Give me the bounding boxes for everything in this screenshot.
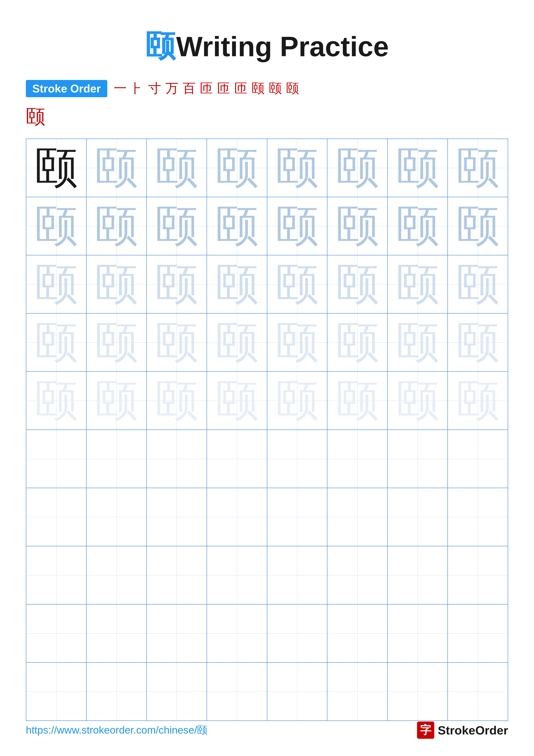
stroke-2: ⺊ — [131, 80, 144, 97]
grid-cell: 颐 — [447, 255, 508, 313]
grid-cell: 颐 — [267, 255, 327, 313]
grid-cell — [146, 488, 207, 546]
grid-cell — [447, 604, 508, 662]
stroke-1: 一 — [114, 80, 127, 97]
grid-cell: 颐 — [267, 371, 327, 430]
grid-cell — [207, 488, 267, 546]
grid-cell: 颐 — [87, 139, 147, 197]
grid-cell — [388, 546, 448, 604]
grid-cell: 颐 — [447, 139, 508, 197]
grid-cell — [388, 488, 448, 546]
grid-cell: 颐 — [26, 197, 87, 255]
grid-cell: 颐 — [207, 255, 267, 313]
grid-cell — [447, 430, 508, 488]
grid-cell: 颐 — [388, 255, 448, 313]
grid-cell: 颐 — [388, 371, 448, 430]
grid-cell: 颐 — [327, 197, 388, 255]
grid-cell — [447, 546, 508, 604]
grid-cell: 颐 — [388, 197, 448, 255]
grid-cell — [388, 662, 448, 721]
grid-cell — [388, 604, 448, 662]
grid-cell: 颐 — [327, 313, 388, 371]
grid-cell: 颐 — [146, 197, 207, 255]
grid-cell — [146, 546, 207, 604]
table-row — [26, 662, 508, 721]
stroke-4: 万 — [165, 80, 178, 97]
stroke-9: 颐 — [252, 80, 265, 97]
footer-logo: 字 StrokeOrder — [417, 721, 508, 739]
grid-cell: 颐 — [26, 255, 87, 313]
grid-cell: 颐 — [87, 313, 147, 371]
grid-cell — [327, 604, 388, 662]
grid-cell: 颐 — [388, 139, 448, 197]
grid-cell: 颐 — [87, 371, 147, 430]
stroke-6: 匝 — [200, 80, 213, 97]
footer: https://www.strokeorder.com/chinese/颐 字 … — [0, 721, 534, 739]
grid-cell — [327, 488, 388, 546]
grid-cell — [26, 604, 87, 662]
grid-cell: 颐 — [26, 371, 87, 430]
grid-cell — [207, 430, 267, 488]
title-character: 颐 — [145, 29, 175, 63]
grid-cell — [207, 604, 267, 662]
grid-cell: 颐 — [447, 371, 508, 430]
grid-cell: 颐 — [267, 313, 327, 371]
grid-cell — [207, 662, 267, 721]
grid-cell: 颐 — [327, 139, 388, 197]
page-title: 颐 Writing Practice — [0, 0, 534, 67]
grid-cell — [26, 430, 87, 488]
title-text: Writing Practice — [176, 31, 389, 62]
stroke-10: 颐 — [269, 80, 282, 97]
table-row: 颐 颐 颐 颐 颐 颐 颐 颐 — [26, 255, 508, 313]
grid-cell — [267, 430, 327, 488]
table-row — [26, 430, 508, 488]
practice-grid: 颐 颐 颐 颐 颐 颐 颐 颐 颐 颐 颐 颐 颐 颐 颐 颐 颐 颐 颐 颐 … — [26, 139, 508, 721]
stroke-8: 匝 — [234, 80, 247, 97]
final-char-row: 颐 — [0, 104, 534, 130]
grid-cell: 颐 — [207, 313, 267, 371]
table-row: 颐 颐 颐 颐 颐 颐 颐 颐 — [26, 371, 508, 430]
grid-cell: 颐 — [146, 255, 207, 313]
table-row: 颐 颐 颐 颐 颐 颐 颐 颐 — [26, 313, 508, 371]
grid-cell — [87, 430, 147, 488]
stroke-11: 颐 — [286, 80, 299, 97]
grid-cell — [146, 430, 207, 488]
footer-url[interactable]: https://www.strokeorder.com/chinese/颐 — [26, 723, 207, 737]
grid-cell — [327, 546, 388, 604]
grid-cell — [87, 604, 147, 662]
grid-cell — [327, 662, 388, 721]
grid-cell — [87, 546, 147, 604]
stroke-order-section: Stroke Order 一 ⺊ 寸 万 百 匝 匝 匝 颐 颐 颐 — [0, 80, 534, 97]
grid-cell — [146, 604, 207, 662]
grid-cell — [447, 662, 508, 721]
grid-cell: 颐 — [267, 197, 327, 255]
grid-cell: 颐 — [87, 255, 147, 313]
grid-cell: 颐 — [327, 371, 388, 430]
grid-cell — [327, 430, 388, 488]
grid-cell: 颐 — [146, 371, 207, 430]
grid-cell: 颐 — [388, 313, 448, 371]
grid-cell: 颐 — [26, 313, 87, 371]
grid-cell: 颐 — [207, 139, 267, 197]
table-row — [26, 604, 508, 662]
practice-grid-container: 颐 颐 颐 颐 颐 颐 颐 颐 颐 颐 颐 颐 颐 颐 颐 颐 颐 颐 颐 颐 … — [0, 139, 534, 721]
grid-cell: 颐 — [207, 197, 267, 255]
grid-cell: 颐 — [146, 313, 207, 371]
grid-cell — [267, 604, 327, 662]
grid-cell: 颐 — [26, 139, 87, 197]
stroke-steps: 一 ⺊ 寸 万 百 匝 匝 匝 颐 颐 颐 — [114, 80, 299, 97]
grid-cell: 颐 — [207, 371, 267, 430]
grid-cell — [267, 488, 327, 546]
stroke-order-badge: Stroke Order — [26, 80, 107, 97]
stroke-7: 匝 — [217, 80, 230, 97]
grid-cell: 颐 — [146, 139, 207, 197]
logo-text: StrokeOrder — [438, 723, 508, 737]
table-row: 颐 颐 颐 颐 颐 颐 颐 颐 — [26, 139, 508, 197]
grid-cell — [388, 430, 448, 488]
table-row: 颐 颐 颐 颐 颐 颐 颐 颐 — [26, 197, 508, 255]
stroke-order-row: Stroke Order 一 ⺊ 寸 万 百 匝 匝 匝 颐 颐 颐 — [26, 80, 508, 97]
grid-cell — [26, 488, 87, 546]
grid-cell — [26, 662, 87, 721]
grid-cell: 颐 — [447, 313, 508, 371]
logo-icon: 字 — [417, 721, 434, 739]
